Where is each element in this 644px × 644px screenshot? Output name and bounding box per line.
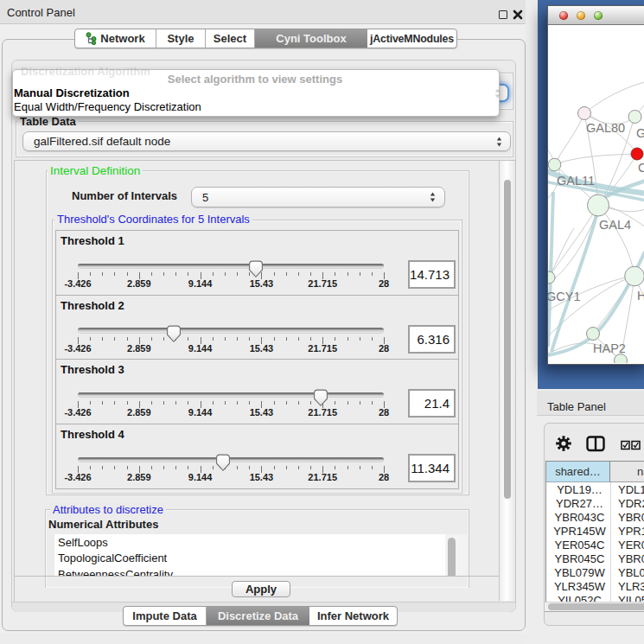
svg-text:GCY1: GCY1 bbox=[548, 290, 581, 303]
svg-text:C: C bbox=[638, 161, 644, 175]
svg-text:GAL80: GAL80 bbox=[586, 121, 625, 135]
svg-text:GAL11: GAL11 bbox=[557, 174, 595, 188]
svg-text:GA: GA bbox=[636, 126, 644, 140]
svg-text:HAP2: HAP2 bbox=[593, 341, 626, 355]
svg-text:GAL4: GAL4 bbox=[599, 218, 631, 232]
svg-text:H: H bbox=[637, 289, 644, 303]
